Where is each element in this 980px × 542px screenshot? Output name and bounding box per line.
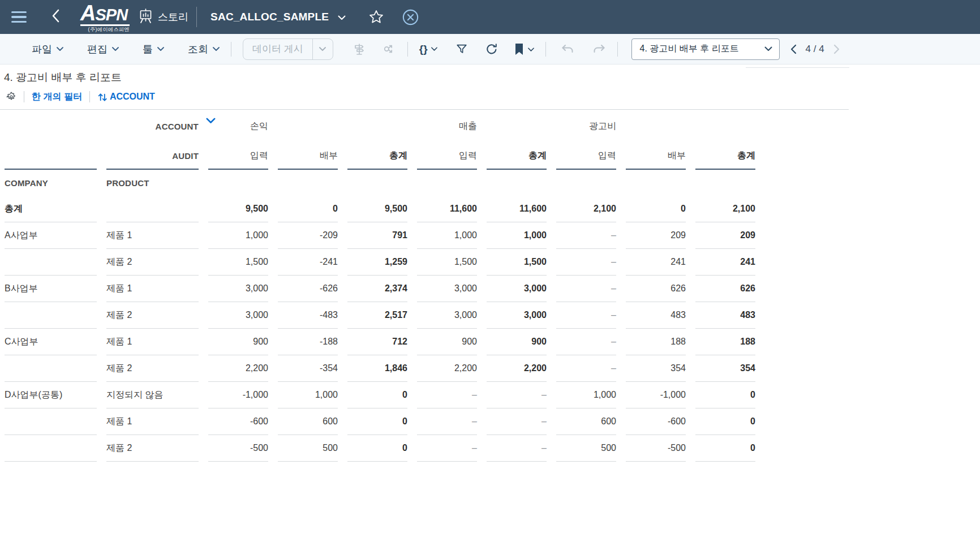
value-cell[interactable]: 900 <box>487 329 547 355</box>
column-header-2-0[interactable]: 입력 <box>556 143 616 170</box>
value-cell[interactable]: 209 <box>626 222 686 249</box>
value-cell[interactable]: – <box>556 302 616 329</box>
value-cell[interactable]: -626 <box>278 276 338 302</box>
product-cell[interactable]: 제품 1 <box>106 276 199 302</box>
value-cell[interactable]: -188 <box>278 329 338 355</box>
value-cell[interactable]: 1,000 <box>417 222 477 249</box>
product-cell[interactable]: 제품 1 <box>106 408 199 435</box>
account-group-label-1[interactable]: 매출 <box>417 110 477 143</box>
column-header-0-2[interactable]: 총계 <box>347 143 407 170</box>
value-cell[interactable]: 9,500 <box>347 196 407 222</box>
company-cell[interactable] <box>5 435 97 462</box>
value-cell[interactable]: – <box>487 408 547 435</box>
product-cell[interactable]: 제품 2 <box>106 435 199 462</box>
company-cell[interactable]: A사업부 <box>5 222 97 249</box>
value-cell[interactable]: 1,000 <box>556 382 616 408</box>
value-cell[interactable]: -600 <box>208 408 268 435</box>
value-cell[interactable]: 188 <box>695 329 755 355</box>
value-cell[interactable]: 500 <box>278 435 338 462</box>
company-dimension-header[interactable]: COMPANY <box>5 170 97 196</box>
company-cell[interactable]: B사업부 <box>5 276 97 302</box>
account-dimension-header[interactable]: ACCOUNT <box>106 110 199 143</box>
value-cell[interactable]: 600 <box>278 408 338 435</box>
company-cell[interactable]: 총계 <box>5 196 97 222</box>
value-cell[interactable]: -500 <box>208 435 268 462</box>
value-cell[interactable]: 0 <box>347 382 407 408</box>
value-cell[interactable]: 3,000 <box>208 276 268 302</box>
value-cell[interactable]: – <box>417 408 477 435</box>
value-cell[interactable]: 0 <box>695 382 755 408</box>
value-cell[interactable]: – <box>417 382 477 408</box>
column-header-2-2[interactable]: 총계 <box>695 143 755 170</box>
product-cell[interactable]: 제품 2 <box>106 355 199 382</box>
value-cell[interactable]: – <box>556 329 616 355</box>
previous-page-button[interactable] <box>790 44 797 54</box>
value-cell[interactable]: 626 <box>695 276 755 302</box>
page-selector-dropdown[interactable]: 4. 광고비 배부 후 리포트 <box>631 38 780 60</box>
sort-token[interactable]: ACCOUNT <box>97 92 155 102</box>
value-cell[interactable]: 483 <box>695 302 755 329</box>
value-cell[interactable]: -483 <box>278 302 338 329</box>
company-cell[interactable]: C사업부 <box>5 329 97 355</box>
value-cell[interactable]: 0 <box>695 408 755 435</box>
value-cell[interactable]: 2,100 <box>695 196 755 222</box>
value-cell[interactable]: 1,000 <box>487 222 547 249</box>
favorite-star-button[interactable] <box>368 9 384 25</box>
value-cell[interactable]: -1,000 <box>208 382 268 408</box>
company-cell[interactable]: D사업부(공통) <box>5 382 97 408</box>
company-cell[interactable] <box>5 249 97 276</box>
value-cell[interactable]: -500 <box>626 435 686 462</box>
value-cell[interactable]: – <box>556 222 616 249</box>
close-session-button[interactable] <box>402 9 419 25</box>
value-cell[interactable]: 2,200 <box>487 355 547 382</box>
account-group-label-2[interactable]: 광고비 <box>556 110 616 143</box>
menu-tools[interactable]: 툴 <box>143 42 164 56</box>
value-cell[interactable]: 9,500 <box>208 196 268 222</box>
value-cell[interactable]: 209 <box>695 222 755 249</box>
account-collapse-icon[interactable] <box>206 118 216 124</box>
filter-count-link[interactable]: 한 개의 필터 <box>32 91 82 103</box>
filter-icon[interactable] <box>455 43 468 55</box>
value-cell[interactable]: 354 <box>626 355 686 382</box>
value-cell[interactable]: 2,517 <box>347 302 407 329</box>
value-cell[interactable]: – <box>487 382 547 408</box>
edit-prompts-button[interactable]: {} <box>419 43 437 55</box>
value-cell[interactable]: 0 <box>626 196 686 222</box>
value-cell[interactable]: 791 <box>347 222 407 249</box>
column-header-1-0[interactable]: 입력 <box>417 143 477 170</box>
company-cell[interactable] <box>5 302 97 329</box>
value-cell[interactable]: 1,000 <box>208 222 268 249</box>
value-cell[interactable]: 241 <box>695 249 755 276</box>
column-header-0-1[interactable]: 배부 <box>278 143 338 170</box>
value-cell[interactable]: 712 <box>347 329 407 355</box>
value-cell[interactable]: 1,000 <box>278 382 338 408</box>
product-cell[interactable]: 지정되지 않음 <box>106 382 199 408</box>
value-cell[interactable]: 188 <box>626 329 686 355</box>
value-cell[interactable]: 11,600 <box>417 196 477 222</box>
product-cell[interactable]: 제품 1 <box>106 329 199 355</box>
hamburger-menu-icon[interactable] <box>11 11 27 23</box>
value-cell[interactable]: 3,000 <box>417 276 477 302</box>
menu-view[interactable]: 조회 <box>188 42 220 56</box>
value-cell[interactable]: 626 <box>626 276 686 302</box>
refresh-icon[interactable] <box>485 42 498 56</box>
value-cell[interactable]: 2,374 <box>347 276 407 302</box>
value-cell[interactable]: 3,000 <box>417 302 477 329</box>
menu-file[interactable]: 파일 <box>32 42 63 56</box>
value-cell[interactable]: 0 <box>347 435 407 462</box>
value-cell[interactable]: 0 <box>695 435 755 462</box>
account-group-label-0[interactable]: 손익 <box>208 110 268 143</box>
value-cell[interactable]: 483 <box>626 302 686 329</box>
bookmark-menu[interactable] <box>514 43 534 55</box>
value-cell[interactable]: -241 <box>278 249 338 276</box>
value-cell[interactable]: -1,000 <box>626 382 686 408</box>
product-cell[interactable] <box>106 196 199 222</box>
value-cell[interactable]: -209 <box>278 222 338 249</box>
value-cell[interactable]: 1,846 <box>347 355 407 382</box>
value-cell[interactable]: 3,000 <box>487 302 547 329</box>
value-cell[interactable]: 3,000 <box>487 276 547 302</box>
product-cell[interactable]: 제품 1 <box>106 222 199 249</box>
value-cell[interactable]: – <box>556 276 616 302</box>
value-cell[interactable]: – <box>556 249 616 276</box>
value-cell[interactable]: 1,500 <box>208 249 268 276</box>
